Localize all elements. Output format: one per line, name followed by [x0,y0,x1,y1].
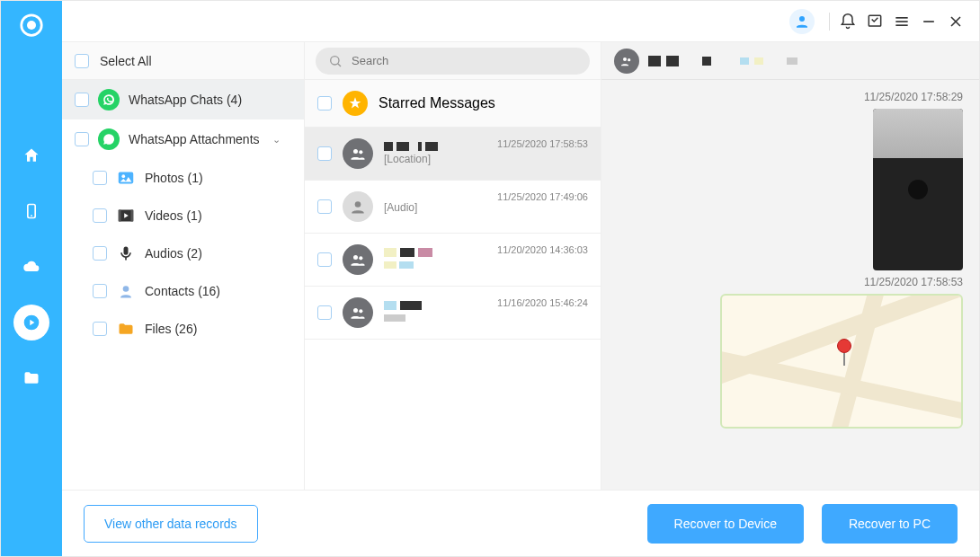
whatsapp-icon [98,128,120,150]
select-all-label: Select All [100,54,152,68]
photo-attachment[interactable] [873,109,963,270]
person-avatar-icon [343,191,373,222]
svg-point-23 [353,149,358,154]
checkbox[interactable] [93,171,107,185]
sidebar-item-label: Photos (1) [145,171,203,185]
checkbox[interactable] [75,93,89,107]
rail-home-icon[interactable] [13,137,49,173]
feedback-icon[interactable] [866,13,884,31]
recover-to-device-button[interactable]: Recover to Device [647,504,804,544]
sidebar-item-label: WhatsApp Chats (4) [129,93,242,107]
search-input[interactable] [352,54,577,67]
close-icon[interactable] [947,13,965,31]
sidebar-item-whatsapp-chats[interactable]: WhatsApp Chats (4) [62,80,304,119]
chat-preview-redacted [384,312,588,324]
group-avatar-icon [343,138,373,169]
group-avatar-icon [614,49,639,74]
select-all-row[interactable]: Select All [62,42,304,80]
sidebar-item-contacts[interactable]: Contacts (16) [62,272,304,310]
search-icon [328,54,343,68]
svg-line-22 [338,63,341,66]
message-timestamp: 11/25/2020 17:58:29 [618,91,963,103]
play-icon [908,180,928,199]
menu-icon[interactable] [893,13,911,31]
chat-row[interactable]: [Audio] 11/25/2020 17:49:06 [305,181,601,234]
sidebar-item-files[interactable]: Files (26) [62,310,304,348]
starred-messages-row[interactable]: Starred Messages [305,80,601,128]
group-avatar-icon [343,297,373,328]
account-avatar-icon[interactable] [789,9,815,34]
rail-apps-icon[interactable] [13,305,49,340]
svg-point-20 [123,286,129,292]
search-box[interactable] [316,48,590,75]
rail-cloud-icon[interactable] [13,249,49,285]
checkbox[interactable] [317,96,332,111]
files-icon [116,319,136,339]
sidebar-item-photos[interactable]: Photos (1) [62,159,304,197]
chat-detail-pane: 11/25/2020 17:58:29 11/25/2020 17:58:53 [601,42,979,490]
detail-title-redacted [648,56,797,66]
svg-point-25 [355,201,361,208]
checkbox[interactable] [93,208,107,223]
separator [829,13,830,31]
svg-point-29 [359,309,362,313]
svg-point-5 [799,16,805,22]
chevron-down-icon: ⌄ [272,134,281,146]
chat-preview: [Audio] [384,201,588,214]
chat-row[interactable]: 11/20/2020 14:36:03 [305,234,601,287]
app-logo-icon [18,12,45,39]
sidebar-item-audios[interactable]: Audios (2) [62,234,304,272]
whatsapp-icon [98,89,120,111]
svg-point-14 [121,174,125,178]
videos-icon [116,206,136,225]
sidebar-item-label: WhatsApp Attachments [129,132,260,146]
svg-point-27 [359,256,362,260]
star-icon [343,91,368,116]
starred-label: Starred Messages [379,95,495,111]
checkbox[interactable] [93,322,107,336]
main-area: Select All WhatsApp Chats (4) WhatsApp A… [62,1,979,556]
rail-device-icon[interactable] [13,193,49,229]
chat-timestamp: 11/25/2020 17:49:06 [497,191,588,202]
sidebar-item-label: Contacts (16) [145,284,220,298]
svg-rect-17 [131,210,134,222]
checkbox[interactable] [317,146,332,161]
view-other-records-button[interactable]: View other data records [84,505,258,543]
svg-point-21 [331,56,339,64]
category-sidebar: Select All WhatsApp Chats (4) WhatsApp A… [62,42,305,490]
contacts-icon [116,281,136,301]
checkbox[interactable] [75,132,89,146]
svg-point-1 [27,21,36,30]
checkbox[interactable] [317,199,332,214]
sidebar-item-videos[interactable]: Videos (1) [62,197,304,234]
checkbox[interactable] [93,246,107,261]
svg-point-26 [353,255,358,260]
chat-row[interactable]: 11/16/2020 15:46:24 [305,287,601,340]
rail-folder-icon[interactable] [13,360,49,396]
svg-point-31 [628,58,630,61]
chat-list: Starred Messages [Location] 11/25/2020 1… [305,42,601,490]
svg-point-30 [623,57,627,61]
sidebar-item-label: Files (26) [145,322,197,336]
checkbox[interactable] [317,305,332,320]
footer-bar: View other data records Recover to Devic… [62,490,979,556]
audios-icon [116,243,136,263]
sidebar-item-whatsapp-attachments[interactable]: WhatsApp Attachments ⌄ [62,119,304,159]
svg-rect-18 [124,247,129,255]
group-avatar-icon [343,244,373,275]
chat-row[interactable]: [Location] 11/25/2020 17:58:53 [305,128,601,181]
checkbox[interactable] [317,252,332,267]
bell-icon[interactable] [839,13,857,31]
select-all-checkbox[interactable] [75,54,89,68]
recover-to-pc-button[interactable]: Recover to PC [822,504,958,544]
chat-timestamp: 11/16/2020 15:46:24 [497,297,588,308]
checkbox[interactable] [93,284,107,298]
message-timestamp: 11/25/2020 17:58:53 [618,276,963,288]
chat-timestamp: 11/20/2020 14:36:03 [497,244,588,255]
chat-timestamp: 11/25/2020 17:58:53 [497,138,588,149]
sidebar-item-label: Audios (2) [145,246,202,261]
photos-icon [116,168,136,188]
minimize-icon[interactable] [920,13,938,31]
search-bar [305,42,601,80]
location-attachment[interactable] [720,294,963,429]
